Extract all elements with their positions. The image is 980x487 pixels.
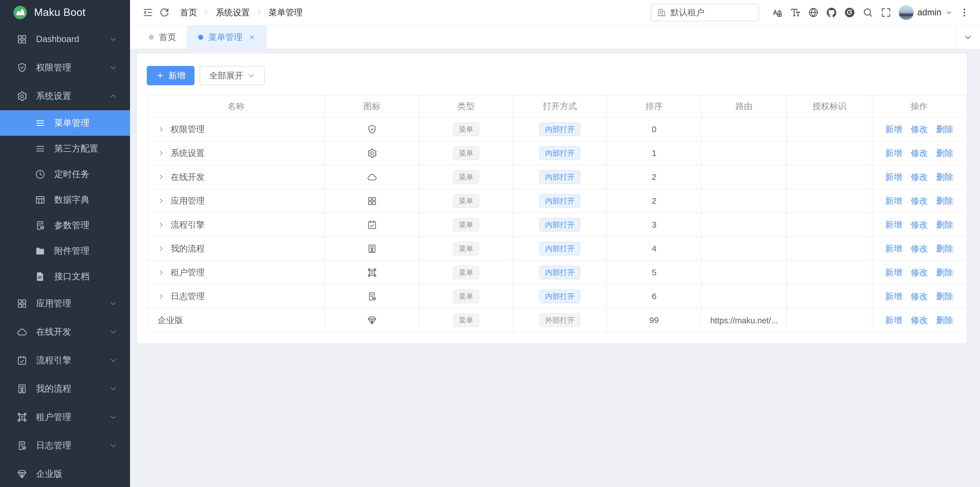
row-action-edit[interactable]: 修改	[911, 315, 928, 326]
sidebar-menu: Dashboard权限管理系统设置菜单管理第三方配置定时任务数据字典参数管理附件…	[0, 25, 130, 487]
row-action-delete[interactable]: 删除	[936, 267, 953, 278]
add-button[interactable]: 新增	[147, 66, 194, 85]
sidebar-item-4[interactable]: 在线开发	[0, 318, 130, 346]
row-action-add[interactable]: 新增	[885, 219, 902, 231]
tab-close-icon[interactable]	[248, 34, 256, 41]
row-expand-icon[interactable]	[158, 245, 165, 252]
row-action-add[interactable]: 新增	[885, 195, 902, 207]
sidebar-item-2-0[interactable]: 菜单管理	[0, 110, 130, 136]
row-action-add[interactable]: 新增	[885, 171, 902, 183]
apps-grid-icon	[16, 298, 27, 309]
file-icon	[35, 271, 46, 282]
expand-all-button[interactable]: 全部展开	[200, 66, 265, 85]
kebab-menu-icon[interactable]	[956, 4, 973, 21]
row-action-delete[interactable]: 删除	[936, 171, 953, 183]
sidebar-item-1[interactable]: 权限管理	[0, 53, 130, 82]
row-action-edit[interactable]: 修改	[911, 147, 928, 159]
font-size-button[interactable]	[787, 4, 803, 21]
row-action-delete[interactable]: 删除	[936, 315, 953, 326]
sidebar-item-9[interactable]: 企业版	[0, 460, 130, 487]
row-action-add[interactable]: 新增	[885, 291, 902, 302]
refresh-icon[interactable]	[156, 4, 173, 21]
sidebar-item-2-1[interactable]: 第三方配置	[0, 136, 130, 161]
translate-button[interactable]	[769, 4, 785, 21]
sidebar-item-2-6[interactable]: 接口文档	[0, 263, 130, 289]
sidebar-item-6[interactable]: 我的流程	[0, 375, 130, 403]
sidebar-item-2-4[interactable]: 参数管理	[0, 212, 130, 238]
chevron-down-icon	[964, 33, 973, 42]
sidebar-item-7[interactable]: 租户管理	[0, 403, 130, 431]
row-action-add[interactable]: 新增	[885, 267, 902, 278]
row-action-delete[interactable]: 删除	[936, 291, 953, 302]
tab-1[interactable]: 菜单管理	[188, 26, 267, 49]
sidebar-item-5[interactable]: 流程引擎	[0, 346, 130, 375]
row-actions: 新增修改删除	[873, 171, 966, 183]
breadcrumb-item[interactable]: 系统设置	[216, 7, 250, 19]
row-sort: 1	[607, 141, 702, 165]
table-column-header: 授权标识	[787, 95, 872, 117]
tabs-dropdown-button[interactable]	[956, 26, 980, 49]
sidebar-item-label: 流程引擎	[36, 354, 109, 366]
sidebar-item-3[interactable]: 应用管理	[0, 289, 130, 318]
row-auth	[787, 308, 872, 332]
row-expand-icon[interactable]	[158, 126, 165, 133]
tab-0[interactable]: 首页	[138, 26, 188, 49]
main-column: 首页系统设置菜单管理 默认租户 admin 首页菜单管理	[130, 0, 980, 487]
tenant-select[interactable]: 默认租户	[651, 4, 759, 21]
row-action-delete[interactable]: 删除	[936, 219, 953, 231]
row-actions: 新增修改删除	[873, 147, 966, 159]
open-mode-tag: 内部打开	[539, 242, 580, 255]
row-expand-icon[interactable]	[158, 269, 165, 276]
row-action-edit[interactable]: 修改	[911, 291, 928, 302]
fullscreen-icon	[880, 7, 892, 18]
row-action-edit[interactable]: 修改	[911, 219, 928, 231]
github-button[interactable]	[823, 4, 840, 21]
globe-button[interactable]	[805, 4, 822, 21]
search-button[interactable]	[860, 4, 876, 21]
row-action-edit[interactable]: 修改	[911, 195, 928, 207]
row-action-add[interactable]: 新增	[885, 243, 902, 255]
row-action-edit[interactable]: 修改	[911, 243, 928, 255]
fullscreen-button[interactable]	[878, 4, 894, 21]
row-expand-icon[interactable]	[158, 197, 165, 204]
row-name-wrap: 日志管理	[158, 291, 321, 302]
sidebar-item-label: 权限管理	[36, 62, 109, 73]
breadcrumb: 首页系统设置菜单管理	[180, 7, 302, 19]
row-action-edit[interactable]: 修改	[911, 171, 928, 183]
sidebar-item-8[interactable]: 日志管理	[0, 431, 130, 460]
sidebar-collapse-icon[interactable]	[140, 4, 156, 21]
tab-label: 菜单管理	[208, 32, 242, 43]
sidebar-item-2-3[interactable]: 数据字典	[0, 187, 130, 212]
row-action-edit[interactable]: 修改	[911, 124, 928, 135]
username: admin	[918, 7, 942, 18]
gear-icon	[367, 148, 377, 158]
chevron-down-icon	[247, 72, 255, 80]
calendar-check-icon	[16, 355, 27, 366]
row-action-add[interactable]: 新增	[885, 124, 902, 135]
sidebar-item-2-5[interactable]: 附件管理	[0, 238, 130, 263]
row-action-add[interactable]: 新增	[885, 147, 902, 159]
type-tag: 菜单	[453, 123, 479, 136]
row-name-wrap: 应用管理	[158, 195, 321, 207]
table-column-header: 类型	[419, 95, 513, 117]
sidebar-item-2[interactable]: 系统设置	[0, 82, 130, 110]
breadcrumb-item[interactable]: 首页	[180, 7, 197, 19]
sidebar-item-2-2[interactable]: 定时任务	[0, 161, 130, 187]
row-auth	[787, 237, 872, 260]
row-action-delete[interactable]: 删除	[936, 124, 953, 135]
row-action-edit[interactable]: 修改	[911, 267, 928, 278]
row-action-add[interactable]: 新增	[885, 315, 902, 326]
sidebar-item-0[interactable]: Dashboard	[0, 25, 130, 53]
tabs: 首页菜单管理	[130, 26, 956, 49]
row-expand-icon[interactable]	[158, 173, 165, 181]
table-row-8: 企业版菜单外部打开99https://maku.net/...新增修改删除	[147, 308, 966, 332]
doc-check-icon	[35, 220, 46, 231]
row-action-delete[interactable]: 删除	[936, 147, 953, 159]
row-expand-icon[interactable]	[158, 293, 165, 300]
row-action-delete[interactable]: 删除	[936, 243, 953, 255]
row-action-delete[interactable]: 删除	[936, 195, 953, 207]
row-expand-icon[interactable]	[158, 221, 165, 228]
row-expand-icon[interactable]	[158, 150, 165, 157]
user-menu[interactable]: admin	[899, 5, 953, 20]
gitee-button[interactable]	[842, 4, 858, 21]
